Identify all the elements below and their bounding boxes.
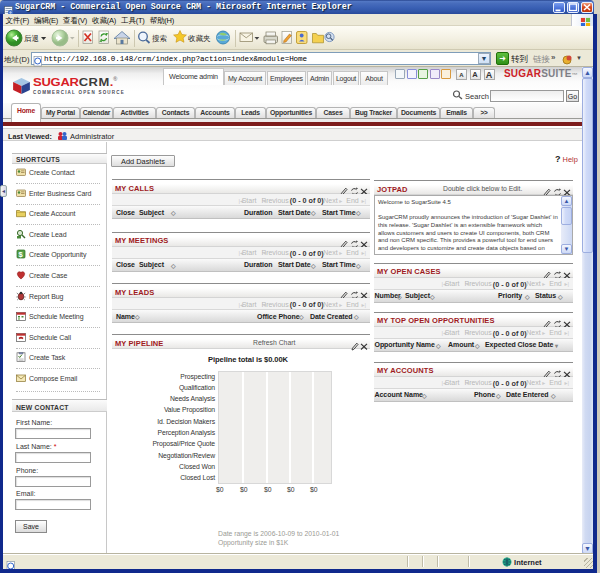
svg-text:搜索: 搜索 — [152, 34, 167, 43]
svg-text:收藏夹: 收藏夹 — [188, 34, 211, 43]
svg-text:后退: 后退 — [24, 34, 39, 43]
